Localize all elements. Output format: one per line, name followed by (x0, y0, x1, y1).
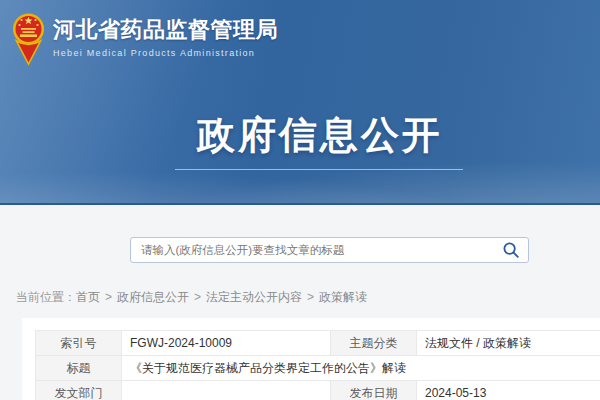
breadcrumb-item-statutory-disclosure[interactable]: 法定主动公开内容 (206, 290, 302, 304)
index-value: FGWJ-2024-10009 (122, 331, 331, 356)
title-label: 标题 (36, 356, 122, 381)
category-label: 主题分类 (331, 331, 417, 356)
index-label: 索引号 (36, 331, 122, 356)
date-label: 发布日期 (331, 381, 417, 400)
category-value: 法规文件 / 政策解读 (417, 331, 600, 356)
department-label: 发文部门 (36, 381, 122, 400)
brand-text: 河北省药品监督管理局 Hebei Medical Products Admini… (53, 15, 278, 59)
search-icon (502, 241, 520, 259)
breadcrumb-item-home[interactable]: 首页 (76, 290, 100, 304)
site-header: 河北省药品监督管理局 Hebei Medical Products Admini… (0, 0, 600, 205)
article-meta-table: 索引号 FGWJ-2024-10009 主题分类 法规文件 / 政策解读 标题 … (35, 330, 600, 400)
breadcrumb-separator: > (307, 290, 314, 304)
page-title: 政府信息公开 (197, 110, 443, 161)
site-brand[interactable]: 河北省药品监督管理局 Hebei Medical Products Admini… (12, 8, 278, 66)
page: 河北省药品监督管理局 Hebei Medical Products Admini… (0, 0, 600, 400)
breadcrumb: 当前位置：首页>政府信息公开>法定主动公开内容>政策解读 (16, 289, 367, 306)
breadcrumb-item-policy-interpretation[interactable]: 政策解读 (319, 290, 367, 304)
date-value: 2024-05-13 (417, 381, 600, 400)
search-button[interactable] (494, 238, 528, 262)
title-value: 《关于规范医疗器械产品分类界定工作的公告》解读 (122, 356, 600, 381)
site-subtitle: Hebei Medical Products Administration (53, 47, 278, 59)
department-value (122, 381, 331, 400)
breadcrumb-item-gov-info[interactable]: 政府信息公开 (117, 290, 189, 304)
article-meta-card: 索引号 FGWJ-2024-10009 主题分类 法规文件 / 政策解读 标题 … (22, 318, 600, 400)
site-title: 河北省药品监督管理局 (53, 15, 278, 45)
breadcrumb-prefix: 当前位置： (16, 290, 76, 304)
breadcrumb-separator: > (194, 290, 201, 304)
table-row: 索引号 FGWJ-2024-10009 主题分类 法规文件 / 政策解读 (36, 331, 600, 356)
breadcrumb-separator: > (105, 290, 112, 304)
china-national-emblem-icon (12, 8, 45, 66)
page-title-underline (175, 169, 463, 170)
search-input[interactable] (131, 244, 494, 256)
table-row: 发文部门 发布日期 2024-05-13 (36, 381, 600, 400)
search-box (130, 237, 529, 263)
content-area: 当前位置：首页>政府信息公开>法定主动公开内容>政策解读 索引号 FGWJ-20… (0, 205, 600, 400)
table-row: 标题 《关于规范医疗器械产品分类界定工作的公告》解读 (36, 356, 600, 381)
